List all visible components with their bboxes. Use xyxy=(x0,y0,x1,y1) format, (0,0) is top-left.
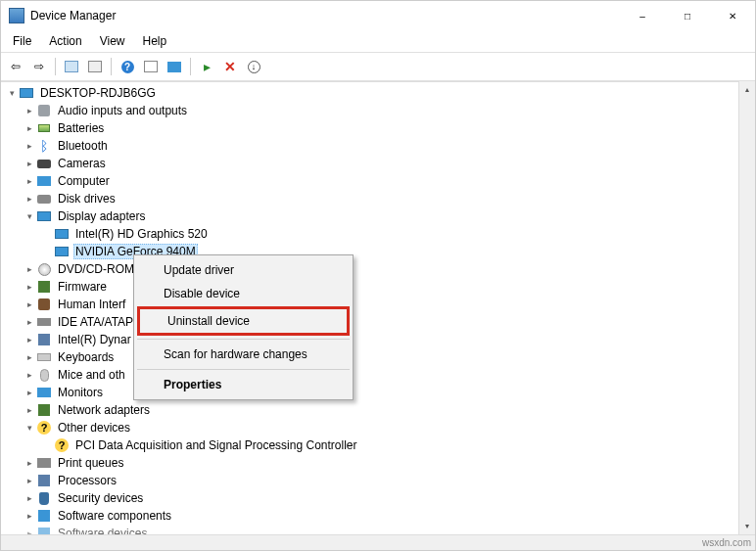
printer-icon xyxy=(36,455,52,471)
scroll-down-arrow[interactable]: ▾ xyxy=(739,518,755,534)
category-processors[interactable]: ▸ Processors xyxy=(5,472,755,489)
menu-view[interactable]: View xyxy=(92,32,133,50)
battery-icon xyxy=(36,120,52,136)
category-network[interactable]: ▸ Network adapters xyxy=(5,401,755,419)
chevron-right-icon[interactable]: ▸ xyxy=(23,280,36,294)
display-icon xyxy=(36,208,52,224)
context-properties[interactable]: Properties xyxy=(136,373,351,396)
chevron-down-icon[interactable]: ▾ xyxy=(23,209,36,223)
category-audio[interactable]: ▸ Audio inputs and outputs xyxy=(5,102,755,119)
software-icon xyxy=(36,508,52,524)
chevron-right-icon[interactable]: ▸ xyxy=(23,104,36,117)
category-bluetooth[interactable]: ▸ ᛒ Bluetooth xyxy=(5,137,755,155)
software-icon xyxy=(36,526,52,534)
category-other-devices[interactable]: ▾ Other devices xyxy=(5,419,755,436)
scan-button[interactable] xyxy=(164,56,185,77)
chevron-right-icon[interactable]: ▸ xyxy=(23,139,36,153)
category-dvd[interactable]: ▸ DVD/CD-ROM xyxy=(5,260,755,278)
monitor-icon xyxy=(36,385,52,400)
category-intel-dynamic[interactable]: ▸ Intel(R) Dynar xyxy=(5,331,755,348)
chevron-right-icon[interactable]: ▸ xyxy=(23,403,36,417)
context-disable-device[interactable]: Disable device xyxy=(136,282,351,305)
context-uninstall-device[interactable]: Uninstall device xyxy=(137,306,350,336)
processor-icon xyxy=(36,473,52,488)
scroll-up-arrow[interactable]: ▴ xyxy=(739,81,755,98)
network-icon xyxy=(36,402,52,418)
category-mice[interactable]: ▸ Mice and oth xyxy=(5,366,755,384)
camera-icon xyxy=(36,156,52,171)
chevron-right-icon[interactable]: ▸ xyxy=(23,527,36,534)
category-firmware[interactable]: ▸ Firmware xyxy=(5,278,755,296)
show-hidden-button[interactable] xyxy=(61,56,82,77)
maximize-button[interactable]: □ xyxy=(665,1,710,30)
window-controls: – □ ✕ xyxy=(620,1,755,30)
chevron-right-icon[interactable]: ▸ xyxy=(23,174,36,188)
category-cameras[interactable]: ▸ Cameras xyxy=(5,155,755,172)
display-icon xyxy=(54,226,70,242)
firmware-icon xyxy=(36,279,52,295)
disk-icon xyxy=(36,191,52,207)
menu-action[interactable]: Action xyxy=(41,32,89,50)
properties-button[interactable] xyxy=(84,56,106,77)
toolbar-separator xyxy=(55,58,56,75)
category-security[interactable]: ▸ Security devices xyxy=(5,489,755,507)
chevron-down-icon[interactable]: ▾ xyxy=(23,421,36,435)
horizontal-scrollbar[interactable] xyxy=(1,534,755,550)
menu-help[interactable]: Help xyxy=(135,32,175,50)
chevron-right-icon[interactable]: ▸ xyxy=(23,121,36,135)
context-update-driver[interactable]: Update driver xyxy=(136,258,351,282)
forward-button[interactable]: ⇨ xyxy=(28,56,50,77)
ide-icon xyxy=(36,314,52,330)
chevron-down-icon[interactable]: ▾ xyxy=(5,86,19,100)
chevron-right-icon[interactable]: ▸ xyxy=(23,298,36,311)
display-icon xyxy=(54,244,70,259)
category-monitors[interactable]: ▸ Monitors xyxy=(5,384,755,401)
device-intel-hd-graphics[interactable]: Intel(R) HD Graphics 520 xyxy=(5,225,755,243)
device-tree[interactable]: ▾ DESKTOP-RDJB6GG ▸ Audio inputs and out… xyxy=(1,82,755,534)
category-batteries[interactable]: ▸ Batteries xyxy=(5,119,755,137)
category-software-devices[interactable]: ▸ Software devices xyxy=(5,525,755,534)
chevron-right-icon[interactable]: ▸ xyxy=(23,350,36,364)
category-display-adapters[interactable]: ▾ Display adapters xyxy=(5,207,755,225)
category-keyboards[interactable]: ▸ Keyboards xyxy=(5,348,755,366)
chevron-right-icon[interactable]: ▸ xyxy=(23,509,36,523)
action-button[interactable] xyxy=(140,56,162,77)
chevron-right-icon[interactable]: ▸ xyxy=(23,315,36,329)
chip-icon xyxy=(36,332,52,347)
chevron-right-icon[interactable]: ▸ xyxy=(23,386,36,399)
category-print-queues[interactable]: ▸ Print queues xyxy=(5,454,755,472)
chevron-right-icon[interactable]: ▸ xyxy=(23,491,36,505)
context-scan-hardware[interactable]: Scan for hardware changes xyxy=(136,343,351,366)
chevron-right-icon[interactable]: ▸ xyxy=(23,368,36,382)
chevron-right-icon[interactable]: ▸ xyxy=(23,192,36,206)
computer-icon xyxy=(19,85,34,101)
update-driver-button[interactable]: ↓ xyxy=(243,56,264,77)
device-nvidia-geforce[interactable]: NVIDIA GeForce 940M xyxy=(5,243,755,260)
enable-button[interactable]: ▸ xyxy=(196,56,217,77)
category-hid[interactable]: ▸ Human Interf xyxy=(5,296,755,313)
menu-file[interactable]: File xyxy=(5,32,39,50)
help-button[interactable]: ? xyxy=(117,56,138,77)
chevron-right-icon[interactable]: ▸ xyxy=(23,456,36,470)
category-ide[interactable]: ▸ IDE ATA/ATAP xyxy=(5,313,755,331)
device-pci-data-acquisition[interactable]: PCI Data Acquisition and Signal Processi… xyxy=(5,436,755,454)
minimize-button[interactable]: – xyxy=(620,1,665,30)
back-button[interactable]: ⇦ xyxy=(5,56,26,77)
window-title: Device Manager xyxy=(30,9,620,23)
category-disk-drives[interactable]: ▸ Disk drives xyxy=(5,190,755,207)
chevron-right-icon[interactable]: ▸ xyxy=(23,474,36,487)
close-button[interactable]: ✕ xyxy=(710,1,755,30)
hid-icon xyxy=(36,297,52,312)
chevron-right-icon[interactable]: ▸ xyxy=(23,333,36,346)
uninstall-button[interactable]: ✕ xyxy=(219,56,241,77)
category-software-components[interactable]: ▸ Software components xyxy=(5,507,755,525)
dvd-icon xyxy=(36,261,52,277)
chevron-right-icon[interactable]: ▸ xyxy=(23,262,36,276)
root-node[interactable]: ▾ DESKTOP-RDJB6GG xyxy=(5,84,755,102)
menubar: File Action View Help xyxy=(1,30,755,52)
category-computer[interactable]: ▸ Computer xyxy=(5,172,755,190)
vertical-scrollbar[interactable]: ▴ ▾ xyxy=(738,81,755,534)
mouse-icon xyxy=(36,367,52,383)
chevron-right-icon[interactable]: ▸ xyxy=(23,157,36,170)
context-menu-separator xyxy=(137,369,350,370)
